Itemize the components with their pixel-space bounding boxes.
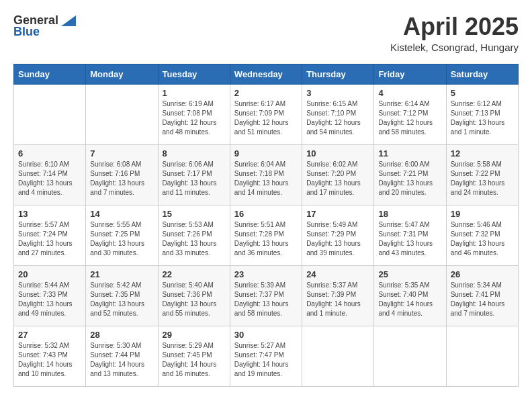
day-info: Sunrise: 6:15 AM Sunset: 7:10 PM Dayligh… [306,99,369,137]
logo: General Blue [13,13,76,39]
day-info: Sunrise: 5:53 AM Sunset: 7:26 PM Dayligh… [163,220,226,258]
day-info: Sunrise: 5:46 AM Sunset: 7:32 PM Dayligh… [451,220,514,258]
day-info: Sunrise: 5:39 AM Sunset: 7:37 PM Dayligh… [234,281,298,318]
day-info: Sunrise: 5:44 AM Sunset: 7:33 PM Dayligh… [18,281,81,318]
calendar-cell: 28Sunrise: 5:30 AM Sunset: 7:44 PM Dayli… [86,326,158,386]
calendar: SundayMondayTuesdayWednesdayThursdayFrid… [13,64,519,387]
day-number: 28 [90,330,153,340]
day-info: Sunrise: 5:49 AM Sunset: 7:29 PM Dayligh… [306,220,369,258]
calendar-cell: 19Sunrise: 5:46 AM Sunset: 7:32 PM Dayli… [446,205,518,265]
title-area: April 2025 Kistelek, Csongrad, Hungary [390,13,519,53]
day-number: 22 [163,269,226,279]
day-number: 15 [163,209,226,219]
day-number: 14 [90,209,153,219]
day-number: 16 [234,209,298,219]
calendar-cell [86,84,158,144]
day-info: Sunrise: 6:10 AM Sunset: 7:14 PM Dayligh… [18,160,81,197]
day-number: 11 [378,148,441,158]
day-info: Sunrise: 5:29 AM Sunset: 7:45 PM Dayligh… [163,341,226,379]
day-number: 17 [306,209,369,219]
day-info: Sunrise: 5:51 AM Sunset: 7:28 PM Dayligh… [234,220,298,258]
day-number: 21 [90,269,153,279]
day-info: Sunrise: 5:37 AM Sunset: 7:39 PM Dayligh… [306,281,369,318]
logo-icon [61,15,76,26]
day-info: Sunrise: 5:40 AM Sunset: 7:36 PM Dayligh… [163,281,226,318]
calendar-cell: 29Sunrise: 5:29 AM Sunset: 7:45 PM Dayli… [158,326,230,386]
calendar-week-row: 27Sunrise: 5:32 AM Sunset: 7:43 PM Dayli… [14,326,519,386]
day-number: 23 [234,269,298,279]
day-info: Sunrise: 5:47 AM Sunset: 7:31 PM Dayligh… [378,220,441,258]
day-number: 12 [451,148,514,158]
calendar-cell: 8Sunrise: 6:06 AM Sunset: 7:17 PM Daylig… [158,144,230,205]
calendar-cell: 22Sunrise: 5:40 AM Sunset: 7:36 PM Dayli… [158,265,230,326]
svg-marker-0 [61,15,76,26]
calendar-cell [374,326,446,386]
calendar-cell: 1Sunrise: 6:19 AM Sunset: 7:08 PM Daylig… [158,84,230,144]
weekday-header: Wednesday [230,64,302,84]
calendar-cell: 13Sunrise: 5:57 AM Sunset: 7:24 PM Dayli… [14,205,86,265]
day-number: 25 [378,269,441,279]
location: Kistelek, Csongrad, Hungary [390,42,519,53]
calendar-cell: 7Sunrise: 6:08 AM Sunset: 7:16 PM Daylig… [86,144,158,205]
day-info: Sunrise: 6:19 AM Sunset: 7:08 PM Dayligh… [163,99,226,137]
day-info: Sunrise: 6:06 AM Sunset: 7:17 PM Dayligh… [163,160,226,197]
day-number: 2 [234,88,298,98]
calendar-cell: 14Sunrise: 5:55 AM Sunset: 7:25 PM Dayli… [86,205,158,265]
page-header: General Blue April 2025 Kistelek, Csongr… [13,13,519,53]
calendar-cell: 15Sunrise: 5:53 AM Sunset: 7:26 PM Dayli… [158,205,230,265]
calendar-cell: 9Sunrise: 6:04 AM Sunset: 7:18 PM Daylig… [230,144,302,205]
day-number: 6 [18,148,81,158]
calendar-cell: 10Sunrise: 6:02 AM Sunset: 7:20 PM Dayli… [302,144,374,205]
day-number: 13 [18,209,81,219]
day-number: 1 [163,88,226,98]
day-number: 10 [306,148,369,158]
calendar-cell: 17Sunrise: 5:49 AM Sunset: 7:29 PM Dayli… [302,205,374,265]
calendar-cell: 27Sunrise: 5:32 AM Sunset: 7:43 PM Dayli… [14,326,86,386]
day-info: Sunrise: 5:27 AM Sunset: 7:47 PM Dayligh… [234,341,298,379]
day-info: Sunrise: 6:17 AM Sunset: 7:09 PM Dayligh… [234,99,298,137]
weekday-header: Thursday [302,64,374,84]
calendar-week-row: 20Sunrise: 5:44 AM Sunset: 7:33 PM Dayli… [14,265,519,326]
day-number: 30 [234,330,298,340]
calendar-cell: 12Sunrise: 5:58 AM Sunset: 7:22 PM Dayli… [446,144,518,205]
weekday-header: Friday [374,64,446,84]
day-info: Sunrise: 5:32 AM Sunset: 7:43 PM Dayligh… [18,341,81,379]
day-info: Sunrise: 6:12 AM Sunset: 7:13 PM Dayligh… [451,99,514,137]
day-number: 3 [306,88,369,98]
calendar-cell [446,326,518,386]
day-info: Sunrise: 6:08 AM Sunset: 7:16 PM Dayligh… [90,160,153,197]
day-number: 5 [451,88,514,98]
calendar-cell [14,84,86,144]
day-number: 24 [306,269,369,279]
calendar-cell: 23Sunrise: 5:39 AM Sunset: 7:37 PM Dayli… [230,265,302,326]
day-number: 29 [163,330,226,340]
calendar-cell [302,326,374,386]
calendar-cell: 6Sunrise: 6:10 AM Sunset: 7:14 PM Daylig… [14,144,86,205]
day-info: Sunrise: 6:02 AM Sunset: 7:20 PM Dayligh… [306,160,369,197]
day-number: 18 [378,209,441,219]
calendar-cell: 26Sunrise: 5:34 AM Sunset: 7:41 PM Dayli… [446,265,518,326]
calendar-cell: 4Sunrise: 6:14 AM Sunset: 7:12 PM Daylig… [374,84,446,144]
calendar-cell: 30Sunrise: 5:27 AM Sunset: 7:47 PM Dayli… [230,326,302,386]
calendar-week-row: 6Sunrise: 6:10 AM Sunset: 7:14 PM Daylig… [14,144,519,205]
day-number: 9 [234,148,298,158]
day-info: Sunrise: 5:30 AM Sunset: 7:44 PM Dayligh… [90,341,153,379]
weekday-header: Tuesday [158,64,230,84]
day-info: Sunrise: 5:42 AM Sunset: 7:35 PM Dayligh… [90,281,153,318]
weekday-header: Sunday [14,64,86,84]
calendar-cell: 11Sunrise: 6:00 AM Sunset: 7:21 PM Dayli… [374,144,446,205]
day-number: 27 [18,330,81,340]
day-number: 26 [451,269,514,279]
day-info: Sunrise: 5:55 AM Sunset: 7:25 PM Dayligh… [90,220,153,258]
day-number: 19 [451,209,514,219]
day-number: 20 [18,269,81,279]
day-info: Sunrise: 5:34 AM Sunset: 7:41 PM Dayligh… [451,281,514,318]
day-number: 4 [378,88,441,98]
day-info: Sunrise: 6:00 AM Sunset: 7:21 PM Dayligh… [378,160,441,197]
calendar-cell: 2Sunrise: 6:17 AM Sunset: 7:09 PM Daylig… [230,84,302,144]
logo-blue: Blue [13,25,40,39]
calendar-cell: 21Sunrise: 5:42 AM Sunset: 7:35 PM Dayli… [86,265,158,326]
calendar-week-row: 1Sunrise: 6:19 AM Sunset: 7:08 PM Daylig… [14,84,519,144]
day-number: 7 [90,148,153,158]
day-info: Sunrise: 5:35 AM Sunset: 7:40 PM Dayligh… [378,281,441,318]
